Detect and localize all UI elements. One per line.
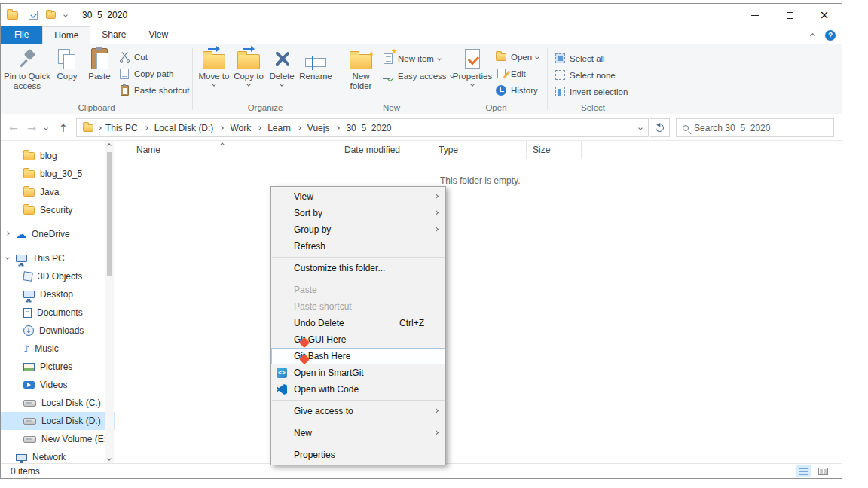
this-pc-icon xyxy=(16,255,27,262)
context-menu-item-new[interactable]: New xyxy=(271,425,445,441)
context-menu-item-undo-delete[interactable]: Undo DeleteCtrl+Z xyxy=(271,315,445,331)
delete-button[interactable]: Delete xyxy=(266,47,298,86)
tab-file[interactable]: File xyxy=(1,26,42,44)
breadcrumb-current-folder[interactable]: 30_5_2020 xyxy=(346,123,391,133)
context-menu-item-customize-this-folder[interactable]: Customize this folder... xyxy=(271,260,445,276)
new-folder-button[interactable]: ★ New folder xyxy=(341,47,381,90)
sidebar-item-java[interactable]: Java xyxy=(1,183,115,201)
copy-to-button[interactable]: Copy to xyxy=(231,47,266,86)
pin-icon xyxy=(17,49,37,69)
context-menu-item-git-bash-here[interactable]: Git Bash Here xyxy=(271,348,445,364)
sidebar-item-new-volume-e[interactable]: New Volume (E:) xyxy=(1,430,115,448)
scroll-down-icon[interactable] xyxy=(107,456,112,461)
breadcrumb-chevron-icon[interactable] xyxy=(297,126,301,130)
context-menu-item-give-access-to[interactable]: Give access to xyxy=(271,403,445,419)
breadcrumb-this-pc[interactable]: This PC xyxy=(105,123,138,133)
sidebar-item-music[interactable]: ♪Music xyxy=(1,340,115,358)
copy-path-button[interactable]: Copy path xyxy=(118,66,173,81)
sidebar-item-onedrive[interactable]: ☁OneDrive xyxy=(1,225,115,243)
invert-selection-button[interactable]: Invert selection xyxy=(554,84,628,99)
select-none-button[interactable]: Select none xyxy=(554,68,616,82)
breadcrumb-local-disk-d[interactable]: Local Disk (D:) xyxy=(154,123,214,133)
search-input[interactable] xyxy=(694,123,827,133)
sidebar-item-videos[interactable]: Videos xyxy=(1,376,115,394)
back-button[interactable]: ← xyxy=(5,120,22,136)
paste-button[interactable]: Paste xyxy=(84,47,115,81)
open-button[interactable]: Open xyxy=(495,50,539,64)
breadcrumb-chevron-icon[interactable] xyxy=(336,126,341,130)
tab-share[interactable]: Share xyxy=(90,26,137,44)
move-to-button[interactable]: Move to xyxy=(197,47,231,86)
recent-locations-chevron-icon[interactable] xyxy=(40,120,52,136)
tab-home[interactable]: Home xyxy=(42,26,90,44)
sidebar-item-blog-30-5[interactable]: blog_30_5 xyxy=(1,165,115,183)
minimize-button[interactable] xyxy=(738,4,772,26)
sidebar-item-documents[interactable]: Documents xyxy=(1,303,115,322)
disk-icon xyxy=(23,400,36,407)
scroll-up-icon[interactable] xyxy=(107,143,112,148)
pin-to-quick-access-button[interactable]: Pin to Quick access xyxy=(4,47,50,90)
breadcrumb-work[interactable]: Work xyxy=(230,123,251,133)
scrollbar-thumb[interactable] xyxy=(107,152,112,276)
easy-access-button[interactable]: Easy access xyxy=(382,69,454,83)
expand-chevron-icon[interactable] xyxy=(5,231,10,236)
rename-button[interactable]: Rename xyxy=(298,47,334,81)
column-header-size[interactable]: Size xyxy=(527,141,582,159)
column-header-type[interactable]: Type xyxy=(432,141,527,159)
sidebar-item-desktop[interactable]: Desktop xyxy=(1,285,115,303)
context-menu-item-sort-by[interactable]: Sort by xyxy=(271,205,445,221)
paste-shortcut-button[interactable]: Paste shortcut xyxy=(118,83,190,97)
cut-button[interactable]: Cut xyxy=(118,50,148,64)
sidebar-item-downloads[interactable]: ↓Downloads xyxy=(1,322,115,340)
sidebar-item-this-pc[interactable]: This PC xyxy=(1,249,115,267)
breadcrumb-vuejs[interactable]: Vuejs xyxy=(307,123,330,133)
context-menu-item-properties[interactable]: Properties xyxy=(271,447,445,463)
close-button[interactable]: × xyxy=(807,4,842,26)
context-menu-item-open-with-code[interactable]: Open with Code xyxy=(271,381,445,398)
qat-properties-icon[interactable] xyxy=(29,11,38,20)
sidebar-item-blog[interactable]: blog xyxy=(1,147,115,165)
context-menu-item-git-gui-here[interactable]: Git GUI Here xyxy=(271,331,445,348)
maximize-button[interactable] xyxy=(772,4,807,26)
qat-customize-chevron-icon[interactable] xyxy=(63,13,68,17)
select-all-button[interactable]: Select all xyxy=(554,51,605,66)
sidebar-item-security[interactable]: Security xyxy=(1,201,115,219)
copy-to-chevron-icon xyxy=(246,82,251,87)
help-icon[interactable]: ? xyxy=(825,30,836,41)
column-header-date-modified[interactable]: Date modified xyxy=(338,141,432,159)
minimize-icon xyxy=(751,15,759,16)
sidebar-item-network[interactable]: Network xyxy=(1,448,115,463)
collapse-ribbon-icon[interactable] xyxy=(810,32,815,38)
history-button[interactable]: History xyxy=(495,83,538,97)
collapse-chevron-icon[interactable] xyxy=(5,255,10,260)
edit-button[interactable]: Edit xyxy=(495,66,526,81)
tab-view[interactable]: View xyxy=(137,26,179,44)
address-dropdown-chevron-icon[interactable] xyxy=(638,126,643,130)
breadcrumb-chevron-icon[interactable] xyxy=(144,126,148,130)
context-menu-item-group-by[interactable]: Group by xyxy=(271,221,445,238)
refresh-button[interactable] xyxy=(650,118,670,137)
details-view-button[interactable] xyxy=(796,465,811,477)
properties-button[interactable]: Properties xyxy=(451,47,494,86)
address-bar[interactable]: This PC Local Disk (D:) Work Learn Vuejs… xyxy=(76,118,649,137)
copy-button[interactable]: Copy xyxy=(52,47,82,81)
breadcrumb-chevron-icon[interactable] xyxy=(220,126,225,130)
sidebar-item-pictures[interactable]: Pictures xyxy=(1,358,115,376)
sidebar-scrollbar[interactable] xyxy=(105,141,114,463)
breadcrumb-learn[interactable]: Learn xyxy=(267,123,291,133)
sidebar-item-local-disk-d[interactable]: Local Disk (D:) xyxy=(1,412,115,430)
sidebar-item-local-disk-c[interactable]: Local Disk (C:) xyxy=(1,394,115,412)
context-menu-item-view[interactable]: View xyxy=(271,188,445,205)
column-header-name[interactable]: Name xyxy=(115,141,338,159)
sidebar-item-3d-objects[interactable]: 3D Objects xyxy=(1,267,115,285)
context-menu-item-open-in-smartgit[interactable]: Open in SmartGit xyxy=(271,364,445,381)
thumbnails-view-button[interactable] xyxy=(815,465,831,477)
context-menu-item-refresh[interactable]: Refresh xyxy=(271,238,445,255)
new-item-button[interactable]: ★ New item xyxy=(382,51,441,66)
forward-button[interactable]: → xyxy=(23,120,40,136)
breadcrumb-chevron-icon[interactable] xyxy=(257,126,261,130)
qat-new-folder-icon[interactable] xyxy=(46,11,56,19)
up-button[interactable]: ↑ xyxy=(55,120,72,136)
address-folder-icon xyxy=(83,124,93,132)
context-menu: View Sort by Group by Refresh Customize … xyxy=(270,186,446,465)
